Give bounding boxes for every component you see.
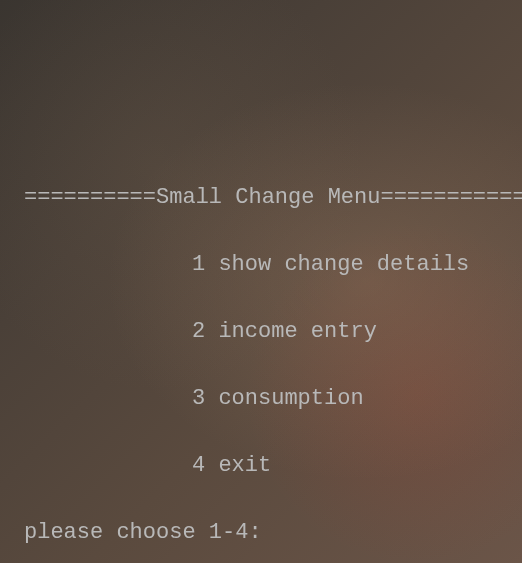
terminal-output: ==========Small Change Menu=========== 1…	[24, 148, 522, 563]
menu-item-2: 2 income entry	[24, 315, 522, 349]
menu-title: ==========Small Change Menu===========	[24, 181, 522, 215]
menu-item-4: 4 exit	[24, 449, 522, 483]
choose-prompt: please choose 1-4:	[24, 516, 522, 550]
menu-item-1: 1 show change details	[24, 248, 522, 282]
menu-item-3: 3 consumption	[24, 382, 522, 416]
